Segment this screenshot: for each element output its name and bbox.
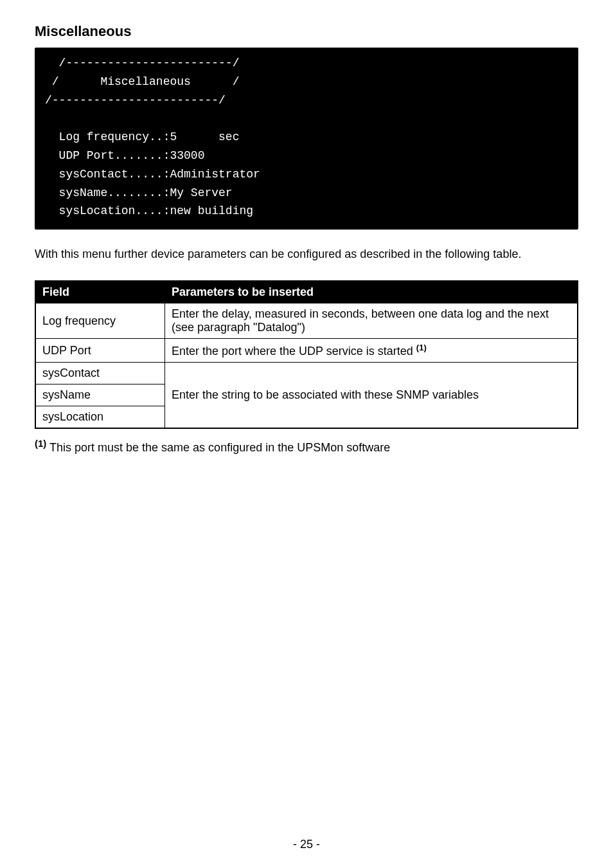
cell-params-text: Enter the port where the UDP service is …: [172, 345, 416, 357]
footnote-ref: (1): [416, 343, 427, 352]
intro-paragraph: With this menu further device parameters…: [35, 248, 578, 261]
table-header-row: Field Parameters to be inserted: [35, 281, 578, 303]
cell-field: sysContact: [35, 363, 165, 384]
footnote: (1) This port must be the same as config…: [35, 438, 578, 455]
table-row: sysContact Enter the string to be associ…: [35, 363, 578, 384]
cell-params: Enter the delay, measured in seconds, be…: [165, 303, 578, 339]
col-header-params: Parameters to be inserted: [165, 281, 578, 303]
table-row: UDP Port Enter the port where the UDP se…: [35, 339, 578, 363]
cell-field: sysLocation: [35, 406, 165, 429]
cell-params-shared: Enter the string to be associated with t…: [165, 363, 578, 429]
page-number: - 25 -: [0, 838, 613, 851]
section-heading: Miscellaneous: [35, 23, 578, 40]
footnote-marker: (1): [35, 438, 46, 449]
cell-field: Log frequency: [35, 303, 165, 339]
col-header-field: Field: [35, 281, 165, 303]
table-row: Log frequency Enter the delay, measured …: [35, 303, 578, 339]
cell-params: Enter the port where the UDP service is …: [165, 339, 578, 363]
footnote-text: This port must be the same as configured…: [46, 441, 390, 454]
cell-field: sysName: [35, 384, 165, 406]
parameters-table: Field Parameters to be inserted Log freq…: [35, 280, 578, 429]
cell-field: UDP Port: [35, 339, 165, 363]
terminal-screen: /------------------------/ / Miscellaneo…: [35, 48, 578, 230]
